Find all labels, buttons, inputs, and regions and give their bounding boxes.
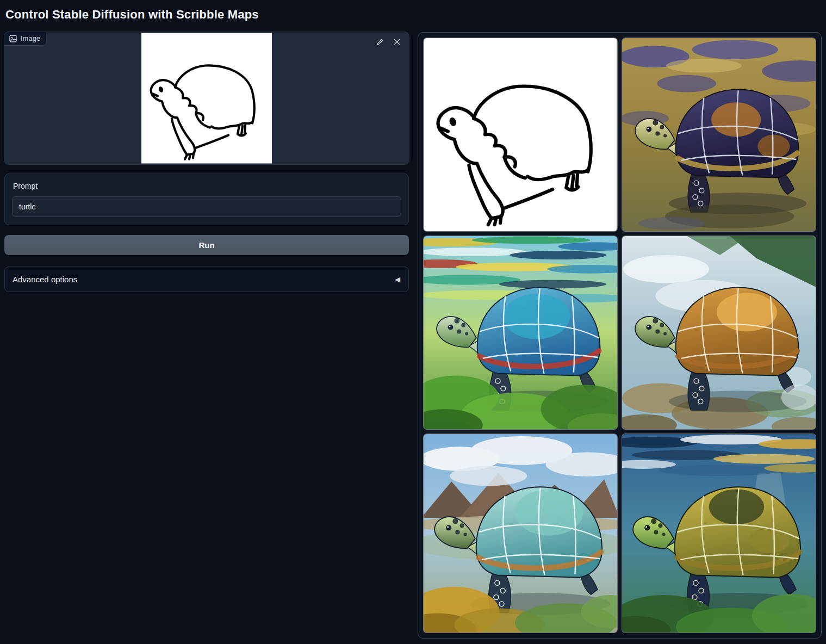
pencil-icon[interactable] <box>375 37 385 47</box>
output-column <box>418 32 822 639</box>
result-gallery <box>418 32 822 639</box>
page-title: Control Stable Diffusion with Scribble M… <box>5 8 822 22</box>
gallery-item-scribble-turtle[interactable] <box>423 38 618 232</box>
scribble-image-preview <box>141 33 272 164</box>
gallery-item-painted-turtle-blue-shell[interactable] <box>423 236 618 430</box>
gallery-item-turtle-underwater-yellow-shell[interactable] <box>622 434 816 633</box>
image-upload-component[interactable]: Image <box>4 32 409 164</box>
advanced-options-label: Advanced options <box>13 275 77 284</box>
prompt-label: Prompt <box>13 182 401 190</box>
input-column: Image Prompt <box>4 32 409 292</box>
prompt-input[interactable] <box>12 196 401 217</box>
gallery-item-turtle-mountain-lake[interactable] <box>423 434 618 633</box>
chevron-left-icon: ◀ <box>395 275 400 283</box>
image-icon <box>9 35 17 42</box>
advanced-options-accordion[interactable]: Advanced options ◀ <box>4 267 409 292</box>
gallery-item-turtle-orange-shell-clear-water[interactable] <box>622 236 816 430</box>
app-root: Control Stable Diffusion with Scribble M… <box>0 0 826 643</box>
gallery-item-photo-turtle-golden-water[interactable] <box>622 38 816 232</box>
prompt-panel: Prompt <box>4 174 409 225</box>
image-component-label: Image <box>21 34 40 42</box>
image-component-badge: Image <box>4 32 47 46</box>
run-button[interactable]: Run <box>4 235 409 255</box>
close-icon[interactable] <box>392 37 402 47</box>
